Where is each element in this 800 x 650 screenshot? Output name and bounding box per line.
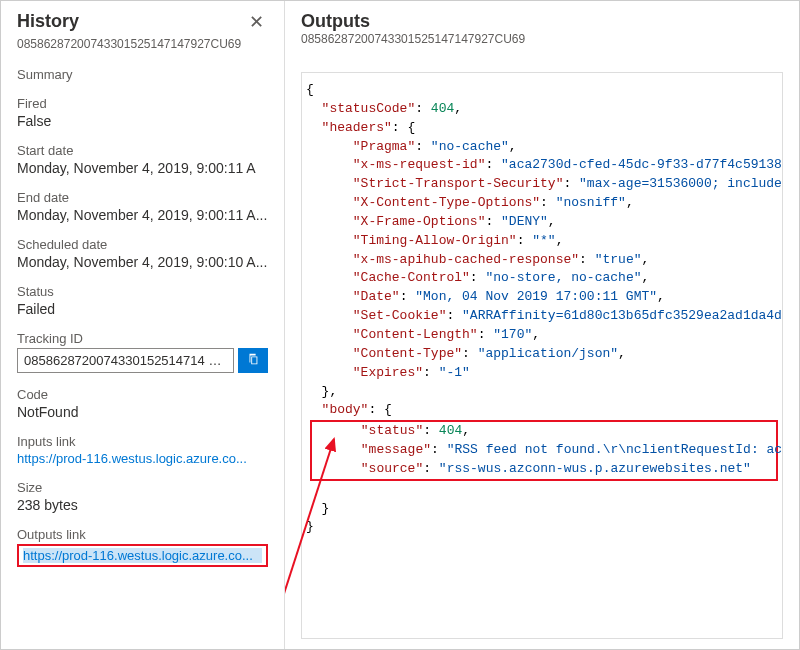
status-label: Status: [17, 284, 268, 299]
size-label: Size: [17, 480, 268, 495]
inputs-link-label: Inputs link: [17, 434, 268, 449]
end-date-value: Monday, November 4, 2019, 9:00:11 A...: [17, 207, 268, 223]
copy-button[interactable]: [238, 348, 268, 373]
outputs-run-id: 08586287200743301525147147927CU69: [301, 32, 783, 46]
outputs-title: Outputs: [301, 11, 783, 32]
close-icon[interactable]: ✕: [245, 11, 268, 33]
code-label: Code: [17, 387, 268, 402]
code-value: NotFound: [17, 404, 268, 420]
summary-label: Summary: [17, 67, 268, 82]
outputs-link[interactable]: https://prod-116.westus.logic.azure.co..…: [23, 548, 262, 563]
start-date-value: Monday, November 4, 2019, 9:00:11 A: [17, 160, 268, 176]
scheduled-date-value: Monday, November 4, 2019, 9:00:10 A...: [17, 254, 268, 270]
fired-value: False: [17, 113, 268, 129]
outputs-link-label: Outputs link: [17, 527, 268, 542]
scheduled-date-label: Scheduled date: [17, 237, 268, 252]
fired-label: Fired: [17, 96, 268, 111]
size-value: 238 bytes: [17, 497, 268, 513]
history-title: History: [17, 11, 79, 32]
tracking-id-input[interactable]: 0858628720074330152514714 79...: [17, 348, 234, 373]
tracking-id-label: Tracking ID: [17, 331, 268, 346]
inputs-link[interactable]: https://prod-116.westus.logic.azure.co..…: [17, 451, 268, 466]
history-run-id: 08586287200743301525147147927CU69: [17, 37, 268, 51]
outputs-panel: Outputs 08586287200743301525147147927CU6…: [285, 1, 799, 649]
json-viewer[interactable]: { "statusCode": 404, "headers": { "Pragm…: [301, 72, 783, 639]
end-date-label: End date: [17, 190, 268, 205]
outputs-link-highlight: https://prod-116.westus.logic.azure.co..…: [17, 544, 268, 567]
copy-icon: [246, 352, 260, 369]
start-date-label: Start date: [17, 143, 268, 158]
status-value: Failed: [17, 301, 268, 317]
history-panel: History ✕ 08586287200743301525147147927C…: [1, 1, 285, 649]
